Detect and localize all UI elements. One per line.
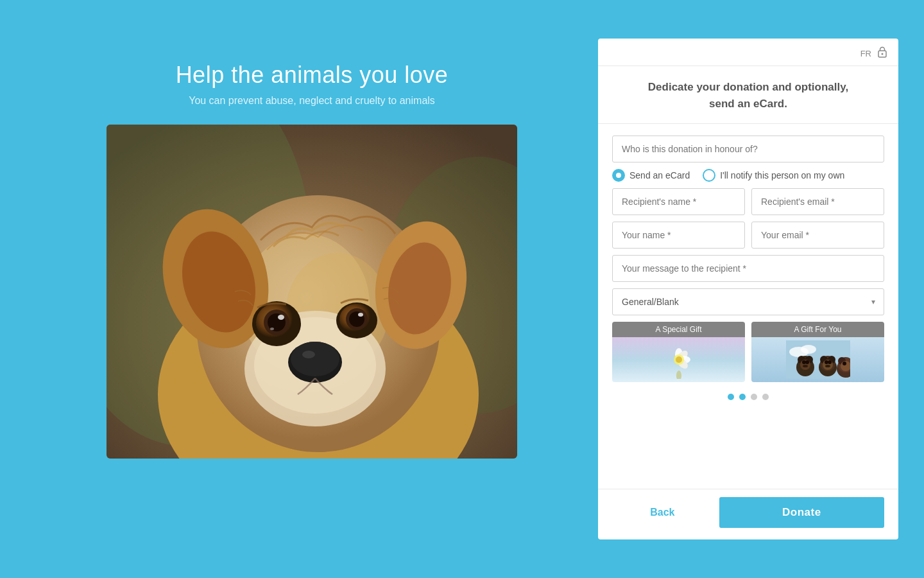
- svg-point-51: [805, 360, 809, 364]
- sender-row: [612, 222, 884, 249]
- svg-point-34: [882, 53, 884, 55]
- form-body: Send an eCard I'll notify this person on…: [598, 124, 898, 489]
- page-title: Help the animals you love: [176, 62, 449, 89]
- svg-point-31: [291, 342, 339, 376]
- svg-point-35: [676, 371, 681, 379]
- svg-point-23: [278, 315, 284, 320]
- left-panel: Help the animals you love You can preven…: [26, 39, 598, 539]
- ecard-type-dropdown-wrapper: General/Blank A Special Gift A Gift For …: [612, 288, 884, 315]
- dot-1[interactable]: [728, 394, 734, 400]
- ecard-2-image: [751, 337, 884, 382]
- honour-input[interactable]: [612, 136, 884, 162]
- page-subtitle: You can prevent abuse, neglect and cruel…: [189, 95, 435, 107]
- send-ecard-option[interactable]: Send an eCard: [612, 169, 690, 182]
- svg-point-41: [676, 356, 682, 363]
- svg-point-60: [825, 365, 830, 367]
- ecard-2-label: A Gift For You: [751, 322, 884, 337]
- notification-options: Send an eCard I'll notify this person on…: [612, 169, 884, 182]
- send-ecard-radio[interactable]: [612, 169, 625, 182]
- your-name-input[interactable]: [612, 222, 745, 249]
- lock-icon: [878, 46, 887, 60]
- send-ecard-label: Send an eCard: [629, 170, 690, 180]
- hero-image: [107, 125, 517, 459]
- your-email-input[interactable]: [751, 222, 884, 249]
- svg-point-52: [803, 365, 808, 367]
- notify-own-radio[interactable]: [703, 169, 715, 182]
- donate-button[interactable]: Donate: [719, 497, 884, 528]
- ecard-type-select[interactable]: General/Blank A Special Gift A Gift For …: [612, 288, 884, 315]
- notify-own-option[interactable]: I'll notify this person on my own: [703, 169, 844, 182]
- ecard-grid: A Special Gift: [612, 322, 884, 382]
- dot-2[interactable]: [739, 394, 746, 400]
- recipient-row: [612, 188, 884, 215]
- ecard-1-image: [612, 337, 745, 382]
- svg-point-32: [302, 351, 315, 358]
- form-header: Dedicate your donation and optionally,se…: [598, 66, 898, 124]
- back-button[interactable]: Back: [612, 498, 713, 527]
- dot-3[interactable]: [751, 394, 757, 400]
- dot-4[interactable]: [762, 394, 769, 400]
- language-toggle[interactable]: FR: [860, 49, 871, 58]
- message-input[interactable]: [612, 255, 884, 282]
- recipient-email-input[interactable]: [751, 188, 884, 215]
- right-panel: FR Dedicate your donation and optionally…: [598, 39, 898, 539]
- top-bar: FR: [598, 39, 898, 66]
- recipient-name-input[interactable]: [612, 188, 745, 215]
- svg-point-44: [801, 345, 816, 354]
- ecard-1-label: A Special Gift: [612, 322, 745, 337]
- svg-point-65: [843, 362, 846, 365]
- svg-point-29: [358, 313, 363, 317]
- form-header-text: Dedicate your donation and optionally,se…: [617, 79, 879, 112]
- ecard-gift-for-you[interactable]: A Gift For You: [751, 322, 884, 382]
- notify-own-label: I'll notify this person on my own: [720, 170, 844, 180]
- carousel-dots: [612, 389, 884, 403]
- footer-buttons: Back Donate: [598, 489, 898, 539]
- svg-point-24: [270, 328, 274, 330]
- ecard-special-gift[interactable]: A Special Gift: [612, 322, 745, 382]
- svg-point-59: [828, 360, 832, 364]
